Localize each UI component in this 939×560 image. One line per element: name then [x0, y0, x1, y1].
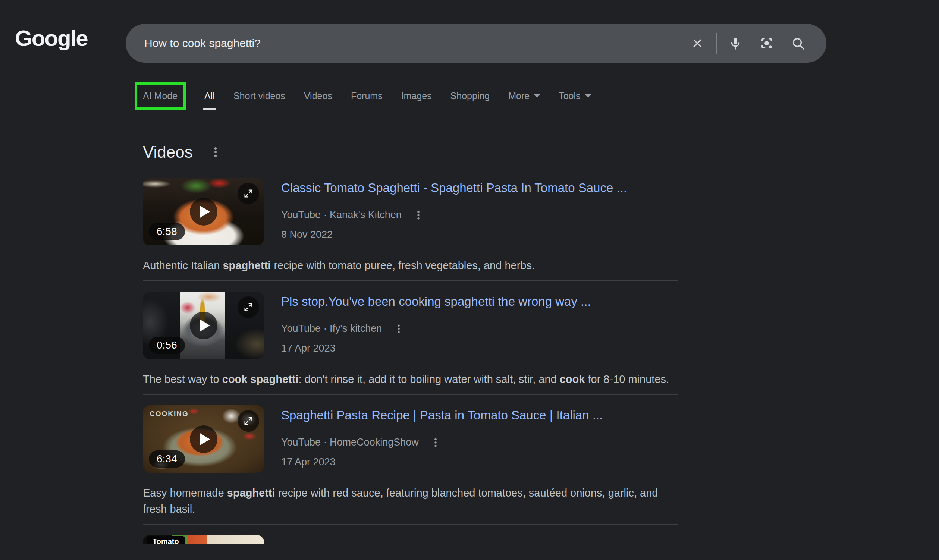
- chevron-down-icon: [585, 94, 591, 98]
- search-bar-icons: [687, 33, 827, 54]
- video-result: COOKING 6:34 Spaghetti Pasta Recipe | Pa: [143, 405, 678, 525]
- tab-more[interactable]: More: [508, 91, 540, 102]
- tab-tools[interactable]: Tools: [559, 91, 591, 102]
- result-more-options-icon[interactable]: [413, 209, 424, 221]
- video-source: YouTube · Kanak's Kitchen: [281, 209, 402, 221]
- magnifier-icon[interactable]: [788, 33, 808, 54]
- thumbnail-watermark: COOKING: [149, 410, 189, 418]
- search-bar: [126, 24, 827, 63]
- video-description: Easy homemade spaghetti recipe with red …: [143, 485, 678, 517]
- search-bar-divider: [716, 33, 717, 54]
- microphone-icon[interactable]: [725, 33, 746, 54]
- video-source: YouTube · Ify's kitchen: [281, 323, 382, 334]
- tab-videos[interactable]: Videos: [304, 91, 332, 102]
- tab-short-videos[interactable]: Short videos: [234, 91, 285, 102]
- video-date: 8 Nov 2022: [281, 229, 627, 240]
- play-icon: [200, 319, 210, 332]
- tab-tools-label: Tools: [559, 91, 580, 102]
- video-duration-badge: 0:56: [149, 337, 185, 354]
- play-button[interactable]: [190, 312, 217, 339]
- video-date: 17 Apr 2023: [281, 343, 591, 354]
- video-title-link[interactable]: Spaghetti Pasta Recipe | Pasta in Tomato…: [281, 408, 603, 423]
- videos-section-title: Videos: [143, 143, 193, 162]
- clear-x-icon[interactable]: [687, 33, 708, 54]
- result-more-options-icon[interactable]: [430, 437, 441, 448]
- video-duration-badge: 6:34: [149, 451, 185, 468]
- video-duration-badge: 6:58: [149, 223, 185, 240]
- video-thumbnail-partial[interactable]: Tomato: [143, 535, 264, 544]
- results-column: Videos: [143, 111, 678, 544]
- tab-forums[interactable]: Forums: [351, 91, 383, 102]
- video-date: 17 Apr 2023: [281, 456, 603, 468]
- result-divider: [143, 280, 678, 281]
- section-more-options-icon[interactable]: [209, 146, 222, 158]
- thumbnail-chip-label: Tomato: [146, 536, 185, 544]
- expand-icon[interactable]: [237, 296, 259, 318]
- video-result: 6:58 Classic Tomato Spaghetti - Spaghett…: [143, 178, 678, 281]
- tab-more-label: More: [508, 91, 530, 102]
- play-icon: [200, 205, 210, 218]
- video-source: YouTube · HomeCookingShow: [281, 437, 419, 448]
- video-description: The best way to cook spaghetti: don't ri…: [143, 371, 678, 388]
- result-more-options-icon[interactable]: [393, 323, 404, 334]
- camera-lens-icon[interactable]: [756, 33, 777, 54]
- video-thumbnail[interactable]: 6:58: [143, 178, 264, 245]
- search-input[interactable]: [126, 24, 687, 63]
- video-thumbnail[interactable]: 0:56: [143, 292, 264, 359]
- video-thumbnail[interactable]: COOKING 6:34: [143, 405, 264, 473]
- video-description: Authentic Italian spaghetti recipe with …: [143, 258, 678, 274]
- result-divider: [143, 524, 678, 525]
- result-divider: [143, 394, 678, 395]
- play-button[interactable]: [190, 425, 217, 453]
- result-type-tabs: AI Mode All Short videos Videos Forums I…: [0, 81, 939, 111]
- tab-shopping[interactable]: Shopping: [451, 91, 490, 102]
- video-title-link[interactable]: Pls stop.You've been cooking spaghetti t…: [281, 294, 591, 309]
- video-result: 0:56 Pls stop.You've been cooking spaghe…: [143, 292, 678, 395]
- tab-all[interactable]: All: [204, 91, 215, 102]
- play-icon: [200, 433, 210, 446]
- video-title-link[interactable]: Classic Tomato Spaghetti - Spaghetti Pas…: [281, 180, 627, 196]
- expand-icon[interactable]: [237, 410, 259, 432]
- expand-icon[interactable]: [237, 183, 259, 204]
- play-button[interactable]: [190, 198, 217, 226]
- google-logo[interactable]: Google: [15, 25, 88, 51]
- search-results-page: Google: [0, 0, 939, 560]
- tab-images[interactable]: Images: [401, 91, 432, 102]
- ai-mode-highlight-box: AI Mode: [135, 82, 186, 109]
- tab-ai-mode[interactable]: AI Mode: [143, 91, 177, 102]
- chevron-down-icon: [534, 94, 540, 98]
